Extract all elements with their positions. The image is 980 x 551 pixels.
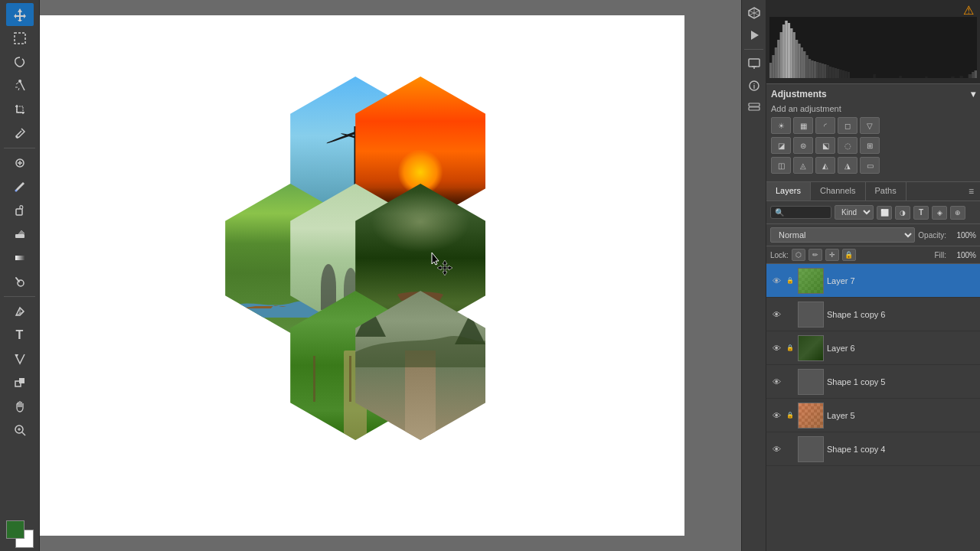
vibrance-icon[interactable]: ▽ [860,117,880,134]
canvas-area[interactable] [40,0,741,551]
colorbalance-icon[interactable]: ⊜ [793,137,813,154]
marquee-tool[interactable] [6,27,34,50]
play-icon[interactable] [744,25,764,45]
threshold-icon[interactable]: ◮ [838,157,858,174]
layer-kind-select[interactable]: Kind [835,205,874,220]
adjustments-collapse[interactable]: ▾ [971,89,975,99]
svg-rect-40 [772,55,774,78]
tab-paths[interactable]: Paths [866,182,906,201]
brush-tool[interactable] [6,175,34,198]
gradientmap-icon[interactable]: ▭ [860,157,880,174]
layer-item-shape1copy4[interactable]: 👁 Shape 1 copy 4 [766,432,980,466]
fill-label: Fill: [934,251,946,259]
pen-tool[interactable] [6,300,34,323]
svg-rect-62 [829,67,831,78]
blend-mode-select[interactable]: Normal [770,227,915,243]
levels-icon[interactable]: ▦ [793,117,813,134]
invert-icon[interactable]: ◬ [793,157,813,174]
visibility-eye-layer6[interactable]: 👁 [770,342,782,354]
smartobject-filter-icon[interactable]: ⊕ [950,206,965,220]
hsl-icon[interactable]: ◪ [771,137,791,154]
visibility-eye-layer5[interactable]: 👁 [770,409,782,422]
svg-rect-77 [975,70,977,78]
type-tool[interactable]: T [6,324,34,347]
shape-tool[interactable] [6,371,34,394]
posterize-icon[interactable]: ◭ [815,157,835,174]
layer5-name: Layer 5 [827,411,976,420]
adjustment-filter-icon[interactable]: ◑ [895,206,910,220]
adjustments-panel: Adjustments ▾ Add an adjustment ☀ ▦ ◜ ◻ … [766,84,980,182]
svg-rect-66 [839,70,841,78]
fill-value[interactable]: 100% [949,251,976,259]
layer-item-layer6[interactable]: 👁 🔒 Layer 6 [766,331,980,365]
layer-item-shape1copy5[interactable]: 👁 Shape 1 copy 5 [766,365,980,399]
add-adjustment-label: Add an adjustment [771,104,975,113]
shape4-name: Shape 1 copy 4 [827,445,976,454]
layers-icon[interactable] [744,98,764,118]
bw-icon[interactable]: ⬕ [815,137,835,154]
info-icon[interactable]: i [744,76,764,96]
hand-tool[interactable] [6,395,34,418]
svg-rect-31 [749,59,760,67]
shape-filter-icon[interactable]: ◈ [932,206,947,220]
tab-layers[interactable]: Layers [766,182,811,201]
photofilter-icon[interactable]: ◌ [838,137,858,154]
gradient-tool[interactable] [6,246,34,269]
visibility-eye-shape5[interactable]: 👁 [770,376,782,388]
visibility-eye-shape4[interactable]: 👁 [770,443,782,455]
svg-rect-22 [19,378,24,383]
layers-menu-arrow[interactable]: ≡ [962,182,980,201]
lock-layer6: 🔒 [786,344,795,353]
lock-all-icon[interactable]: 🔒 [842,249,856,261]
layer-item-layer7[interactable]: 👁 🔒 Layer 7 [766,264,980,298]
svg-rect-45 [785,21,787,78]
crop-tool[interactable] [6,98,34,121]
svg-rect-70 [874,74,876,78]
blend-row: Normal Opacity: 100% [766,224,980,246]
lasso-tool[interactable] [6,51,34,73]
magic-wand-tool[interactable] [6,74,34,97]
pixel-filter-icon[interactable]: ⬜ [877,206,892,220]
eraser-tool[interactable] [6,223,34,246]
clone-tool[interactable] [6,199,34,222]
svg-rect-76 [972,72,974,78]
svg-rect-67 [842,70,844,78]
visibility-eye-layer7[interactable]: 👁 [770,275,782,287]
eyedropper-tool[interactable] [6,122,34,145]
svg-rect-63 [831,67,834,78]
brightness-icon[interactable]: ☀ [771,117,791,134]
histogram-warning-icon[interactable]: ⚠ [963,3,974,18]
tab-channels[interactable]: Channels [811,182,865,201]
svg-rect-1 [15,33,25,44]
layer-item-shape1copy6[interactable]: 👁 Shape 1 copy 6 [766,298,980,331]
colorlookup-icon[interactable]: ◫ [771,157,791,174]
color-swatches[interactable] [6,520,34,548]
screen-icon[interactable] [744,54,764,73]
heal-tool[interactable] [6,152,34,174]
lock-move-icon[interactable]: ✛ [825,249,839,261]
svg-rect-47 [790,28,792,78]
histogram-panel: ⚠ [766,0,980,84]
lock-position-icon[interactable]: ✏ [808,249,822,261]
layer-item-layer5[interactable]: 👁 🔒 Layer 5 [766,399,980,432]
channelmixer-icon[interactable]: ⊞ [860,137,880,154]
opacity-value[interactable]: 100% [949,231,976,240]
zoom-tool[interactable] [6,419,34,442]
curves-icon[interactable]: ◜ [815,117,835,134]
move-tool[interactable] [6,3,34,26]
foreground-color-swatch[interactable] [6,520,24,539]
path-select-tool[interactable] [6,347,34,370]
dodge-tool[interactable] [6,270,34,293]
exposure-icon[interactable]: ◻ [838,117,858,134]
thumb-shape4 [798,436,824,462]
svg-point-12 [15,190,17,192]
lock-shape6 [786,310,795,319]
3d-icon[interactable] [744,3,764,23]
thumb-layer5 [798,403,824,429]
lock-pixels-icon[interactable]: ⬡ [792,249,805,261]
svg-rect-48 [792,32,795,78]
type-filter-icon[interactable]: T [913,206,929,220]
visibility-eye-shape6[interactable]: 👁 [770,308,782,321]
thumb-shape5 [798,369,824,395]
lock-layer5: 🔒 [786,411,795,420]
